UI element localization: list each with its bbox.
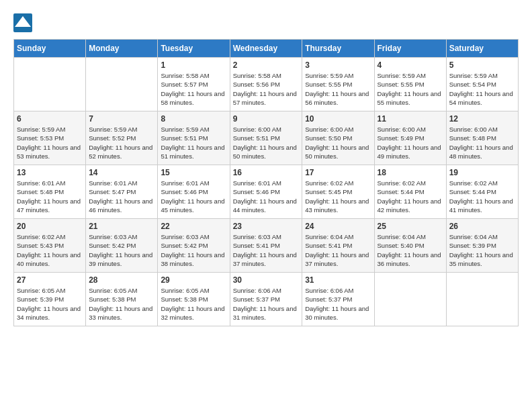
calendar-table: SundayMondayTuesdayWednesdayThursdayFrid… (13, 39, 519, 326)
day-info: Sunrise: 6:01 AMSunset: 5:48 PMDaylight:… (17, 179, 83, 214)
week-row: 1Sunrise: 5:58 AMSunset: 5:57 PMDaylight… (14, 58, 519, 111)
day-number: 14 (89, 168, 154, 177)
table-row: 19Sunrise: 6:02 AMSunset: 5:44 PMDayligh… (446, 165, 518, 219)
day-number: 19 (449, 168, 515, 177)
table-row: 8Sunrise: 5:59 AMSunset: 5:51 PMDaylight… (158, 111, 230, 165)
day-info: Sunrise: 6:03 AMSunset: 5:42 PMDaylight:… (161, 232, 226, 268)
header-day: Wednesday (230, 40, 302, 58)
day-number: 29 (161, 275, 226, 285)
table-row: 26Sunrise: 6:04 AMSunset: 5:39 PMDayligh… (446, 219, 518, 273)
day-info: Sunrise: 6:00 AMSunset: 5:51 PMDaylight:… (233, 125, 300, 161)
header-day: Sunday (14, 40, 86, 58)
logo-icon (13, 13, 32, 32)
table-row: 14Sunrise: 6:01 AMSunset: 5:47 PMDayligh… (86, 165, 158, 219)
table-row: 3Sunrise: 5:59 AMSunset: 5:55 PMDaylight… (302, 58, 374, 111)
day-info: Sunrise: 6:03 AMSunset: 5:42 PMDaylight:… (89, 232, 154, 268)
day-number: 25 (378, 222, 443, 231)
day-number: 7 (89, 114, 154, 124)
day-info: Sunrise: 6:01 AMSunset: 5:46 PMDaylight:… (161, 179, 226, 214)
day-number: 5 (449, 60, 515, 70)
table-row: 27Sunrise: 6:05 AMSunset: 5:39 PMDayligh… (14, 273, 86, 326)
day-number: 18 (378, 168, 443, 177)
table-row: 2Sunrise: 5:58 AMSunset: 5:56 PMDaylight… (230, 58, 302, 111)
week-row: 27Sunrise: 6:05 AMSunset: 5:39 PMDayligh… (14, 273, 519, 326)
table-row: 10Sunrise: 6:00 AMSunset: 5:50 PMDayligh… (302, 111, 374, 165)
day-info: Sunrise: 5:59 AMSunset: 5:55 PMDaylight:… (378, 71, 443, 107)
table-row (374, 273, 446, 326)
day-number: 21 (89, 222, 154, 231)
day-number: 28 (89, 275, 154, 285)
day-number: 1 (161, 60, 226, 70)
table-row: 15Sunrise: 6:01 AMSunset: 5:46 PMDayligh… (158, 165, 230, 219)
day-info: Sunrise: 6:06 AMSunset: 5:37 PMDaylight:… (305, 286, 371, 322)
day-info: Sunrise: 6:05 AMSunset: 5:38 PMDaylight:… (161, 286, 226, 322)
page-header (13, 13, 519, 32)
day-info: Sunrise: 6:04 AMSunset: 5:41 PMDaylight:… (305, 232, 371, 268)
day-info: Sunrise: 5:58 AMSunset: 5:57 PMDaylight:… (161, 71, 226, 107)
table-row: 24Sunrise: 6:04 AMSunset: 5:41 PMDayligh… (302, 219, 374, 273)
day-number: 15 (161, 168, 226, 177)
day-info: Sunrise: 6:00 AMSunset: 5:49 PMDaylight:… (378, 125, 443, 161)
day-number: 30 (233, 275, 300, 285)
day-info: Sunrise: 6:04 AMSunset: 5:39 PMDaylight:… (449, 232, 515, 268)
header-day: Thursday (302, 40, 374, 58)
day-number: 6 (17, 114, 83, 124)
table-row (86, 58, 158, 111)
header-day: Saturday (446, 40, 518, 58)
day-info: Sunrise: 6:05 AMSunset: 5:39 PMDaylight:… (17, 286, 83, 322)
day-number: 27 (17, 275, 83, 285)
day-number: 12 (449, 114, 515, 124)
day-number: 3 (305, 60, 371, 70)
day-number: 22 (161, 222, 226, 231)
day-number: 2 (233, 60, 300, 70)
table-row: 13Sunrise: 6:01 AMSunset: 5:48 PMDayligh… (14, 165, 86, 219)
day-number: 31 (305, 275, 371, 285)
header-day: Tuesday (158, 40, 230, 58)
day-info: Sunrise: 6:00 AMSunset: 5:48 PMDaylight:… (449, 125, 515, 161)
table-row: 1Sunrise: 5:58 AMSunset: 5:57 PMDaylight… (158, 58, 230, 111)
day-number: 9 (233, 114, 300, 124)
table-row: 7Sunrise: 5:59 AMSunset: 5:52 PMDaylight… (86, 111, 158, 165)
day-info: Sunrise: 6:02 AMSunset: 5:45 PMDaylight:… (305, 179, 371, 214)
header-row: SundayMondayTuesdayWednesdayThursdayFrid… (14, 40, 519, 58)
table-row: 28Sunrise: 6:05 AMSunset: 5:38 PMDayligh… (86, 273, 158, 326)
day-number: 16 (233, 168, 300, 177)
day-info: Sunrise: 6:06 AMSunset: 5:37 PMDaylight:… (233, 286, 300, 322)
table-row (14, 58, 86, 111)
day-info: Sunrise: 6:02 AMSunset: 5:44 PMDaylight:… (449, 179, 515, 214)
day-info: Sunrise: 6:00 AMSunset: 5:50 PMDaylight:… (305, 125, 371, 161)
day-number: 4 (378, 60, 443, 70)
table-row: 25Sunrise: 6:04 AMSunset: 5:40 PMDayligh… (374, 219, 446, 273)
table-row: 30Sunrise: 6:06 AMSunset: 5:37 PMDayligh… (230, 273, 302, 326)
header-day: Monday (86, 40, 158, 58)
day-number: 23 (233, 222, 300, 231)
table-row: 16Sunrise: 6:01 AMSunset: 5:46 PMDayligh… (230, 165, 302, 219)
calendar-body: 1Sunrise: 5:58 AMSunset: 5:57 PMDaylight… (14, 58, 519, 326)
table-row: 17Sunrise: 6:02 AMSunset: 5:45 PMDayligh… (302, 165, 374, 219)
day-number: 26 (449, 222, 515, 231)
day-info: Sunrise: 5:59 AMSunset: 5:54 PMDaylight:… (449, 71, 515, 107)
table-row: 11Sunrise: 6:00 AMSunset: 5:49 PMDayligh… (374, 111, 446, 165)
day-info: Sunrise: 5:59 AMSunset: 5:52 PMDaylight:… (89, 125, 154, 161)
table-row: 4Sunrise: 5:59 AMSunset: 5:55 PMDaylight… (374, 58, 446, 111)
day-info: Sunrise: 6:03 AMSunset: 5:41 PMDaylight:… (233, 232, 300, 268)
day-info: Sunrise: 6:02 AMSunset: 5:43 PMDaylight:… (17, 232, 83, 268)
day-info: Sunrise: 5:59 AMSunset: 5:53 PMDaylight:… (17, 125, 83, 161)
table-row: 23Sunrise: 6:03 AMSunset: 5:41 PMDayligh… (230, 219, 302, 273)
day-info: Sunrise: 6:02 AMSunset: 5:44 PMDaylight:… (378, 179, 443, 214)
day-info: Sunrise: 6:01 AMSunset: 5:47 PMDaylight:… (89, 179, 154, 214)
day-info: Sunrise: 5:58 AMSunset: 5:56 PMDaylight:… (233, 71, 300, 107)
table-row: 29Sunrise: 6:05 AMSunset: 5:38 PMDayligh… (158, 273, 230, 326)
day-number: 17 (305, 168, 371, 177)
day-number: 8 (161, 114, 226, 124)
logo (13, 13, 35, 32)
table-row: 6Sunrise: 5:59 AMSunset: 5:53 PMDaylight… (14, 111, 86, 165)
day-info: Sunrise: 5:59 AMSunset: 5:55 PMDaylight:… (305, 71, 371, 107)
table-row: 18Sunrise: 6:02 AMSunset: 5:44 PMDayligh… (374, 165, 446, 219)
day-info: Sunrise: 6:04 AMSunset: 5:40 PMDaylight:… (378, 232, 443, 268)
day-info: Sunrise: 5:59 AMSunset: 5:51 PMDaylight:… (161, 125, 226, 161)
day-number: 20 (17, 222, 83, 231)
table-row (446, 273, 518, 326)
table-row: 5Sunrise: 5:59 AMSunset: 5:54 PMDaylight… (446, 58, 518, 111)
week-row: 13Sunrise: 6:01 AMSunset: 5:48 PMDayligh… (14, 165, 519, 219)
